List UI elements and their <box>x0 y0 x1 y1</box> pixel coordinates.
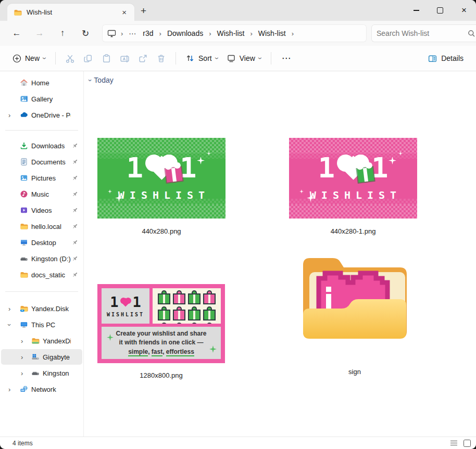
pin-icon <box>72 175 78 181</box>
large-icons-view-toggle[interactable] <box>464 440 471 447</box>
sidebar-item-yandexdisk-folder[interactable]: › YandexDisk <box>1 333 82 349</box>
heart-graphic <box>145 153 178 183</box>
sidebar-item-docs-static[interactable]: docs_static <box>1 267 82 283</box>
sidebar-item-onedrive[interactable]: › OneDrive - Persona <box>1 107 82 123</box>
sidebar-item-desktop[interactable]: Desktop <box>1 235 82 250</box>
sidebar-item-label: Gallery <box>31 95 71 103</box>
pin-icon <box>72 223 78 229</box>
chevron-right-icon[interactable]: › <box>8 305 10 313</box>
sidebar-item-videos[interactable]: Videos <box>1 202 82 218</box>
file-item-440x280[interactable]: 1 1 WISHLIST 440x280.png <box>97 138 226 219</box>
sidebar-item-label: Gigabyte (C:) <box>43 353 71 361</box>
close-icon: × <box>461 5 467 16</box>
chevron-right-icon[interactable]: › <box>21 369 23 377</box>
maximize-button[interactable] <box>428 0 452 21</box>
sidebar-item-this-pc[interactable]: › This PC <box>1 317 82 332</box>
sort-button[interactable]: Sort › <box>181 50 222 66</box>
sidebar-item-label: Music <box>31 190 71 198</box>
see-more-button[interactable]: ⋯ <box>277 53 297 64</box>
sidebar-item-yandex-disk[interactable]: › Yandex.Disk <box>1 301 82 316</box>
delete-button[interactable] <box>152 50 170 67</box>
details-view-toggle[interactable] <box>450 441 457 446</box>
up-button[interactable]: ↑ <box>51 28 74 39</box>
image-thumbnail[interactable]: 1 1 WISHLIST <box>289 138 417 219</box>
refresh-button[interactable]: ↻ <box>74 28 97 39</box>
breadcrumb-overflow[interactable]: ··· <box>128 28 137 39</box>
breadcrumb-separator: › <box>159 30 161 37</box>
cut-button[interactable] <box>61 50 79 67</box>
downloads-icon <box>20 142 28 150</box>
paste-button[interactable] <box>97 50 116 67</box>
gift-art <box>158 310 170 320</box>
chevron-down-icon[interactable]: › <box>6 324 14 326</box>
breadcrumb-segment-wishlist[interactable]: Wish-list <box>216 28 246 39</box>
new-button[interactable]: New › <box>8 51 50 66</box>
sidebar-item-home[interactable]: Home <box>1 75 82 91</box>
sidebar-divider <box>5 291 78 292</box>
group-header-label: Today <box>94 76 113 84</box>
sidebar-item-hello-local[interactable]: hello.local <box>1 219 82 234</box>
minimize-button[interactable] <box>404 0 428 21</box>
banner-wordmark: WISHLIST <box>113 189 210 201</box>
toolbar-divider <box>271 52 271 65</box>
file-name[interactable]: 440x280-1.png <box>279 227 428 235</box>
close-button[interactable]: × <box>452 0 476 21</box>
image-thumbnail[interactable]: 1 1 WISHLIST <box>97 138 226 219</box>
chevron-right-icon[interactable]: › <box>21 337 23 345</box>
view-button[interactable]: View › <box>222 50 266 66</box>
toolbar-divider <box>55 52 56 65</box>
sidebar-item-gigabyte-c[interactable]: › Gigabyte (C:) <box>1 349 82 365</box>
breadcrumb-segment-r3d[interactable]: r3d <box>142 28 154 39</box>
this-pc-icon <box>107 30 116 37</box>
sidebar-item-pictures[interactable]: Pictures <box>1 170 82 186</box>
status-bar: 4 items <box>0 437 476 449</box>
gift-art <box>173 293 185 304</box>
home-icon <box>20 79 28 87</box>
sidebar-item-kingston[interactable]: Kingston (D:) <box>1 251 82 266</box>
promo-line: Create your wishlist and share <box>116 329 206 338</box>
sidebar-item-gallery[interactable]: Gallery <box>1 91 82 107</box>
file-name[interactable]: 440x280.png <box>87 227 236 235</box>
image-thumbnail[interactable]: 1 1 WISHLIST Create your wishlist and sh… <box>97 284 225 363</box>
chevron-down-icon[interactable]: › <box>86 79 94 81</box>
rename-button[interactable] <box>116 50 134 67</box>
chevron-right-icon[interactable]: › <box>21 353 23 361</box>
sidebar-item-label: Network <box>31 386 71 393</box>
folder-thumbnail[interactable] <box>292 246 417 346</box>
group-header-today[interactable]: › Today <box>89 76 114 84</box>
heart-graphic <box>120 298 131 307</box>
sidebar-item-network[interactable]: › Network <box>1 381 82 397</box>
forward-button[interactable]: → <box>28 28 51 39</box>
back-button[interactable]: ← <box>5 28 28 39</box>
tab-wish-list[interactable]: Wish-list × <box>7 4 134 21</box>
file-name[interactable]: 1280x800.png <box>87 371 235 379</box>
pin-icon <box>72 239 78 246</box>
this-pc-icon <box>20 320 28 329</box>
drive-icon <box>31 369 40 377</box>
chevron-right-icon[interactable]: › <box>8 386 10 393</box>
new-tab-button[interactable]: + <box>136 5 151 17</box>
breadcrumb-segment-downloads[interactable]: Downloads <box>166 28 204 39</box>
sidebar-item-music[interactable]: Music <box>1 186 82 202</box>
sidebar-item-kingston-d[interactable]: › Kingston (D:) <box>1 365 82 381</box>
breadcrumb-segment-wishlist-2[interactable]: Wish-list <box>257 28 287 39</box>
details-button[interactable]: Details <box>423 50 468 67</box>
search-placeholder: Search Wish-list <box>377 29 429 37</box>
share-button[interactable] <box>134 50 152 67</box>
heart-graphic <box>337 153 369 183</box>
file-name[interactable]: sign <box>282 368 428 376</box>
copy-button[interactable] <box>79 50 97 67</box>
sidebar-item-label: This PC <box>31 321 71 329</box>
folder-item-sign[interactable]: sign <box>292 246 417 346</box>
file-item-440x280-1[interactable]: 1 1 WISHLIST 440x280-1.png <box>289 138 417 219</box>
address-bar-row: ← → ↑ ↻ › ··· r3d › Downloads › Wish-lis… <box>0 21 476 46</box>
breadcrumb-separator: › <box>121 30 123 37</box>
gift-art <box>173 310 185 320</box>
sidebar-item-documents[interactable]: Documents <box>1 154 82 170</box>
breadcrumb[interactable]: › ··· r3d › Downloads › Wish-list › Wish… <box>102 24 367 42</box>
sidebar-item-downloads[interactable]: Downloads <box>1 138 82 153</box>
search-input[interactable]: Search Wish-list <box>371 24 476 42</box>
copy-icon <box>83 54 93 63</box>
chevron-right-icon[interactable]: › <box>8 111 10 119</box>
tab-close-icon[interactable]: × <box>119 7 129 17</box>
